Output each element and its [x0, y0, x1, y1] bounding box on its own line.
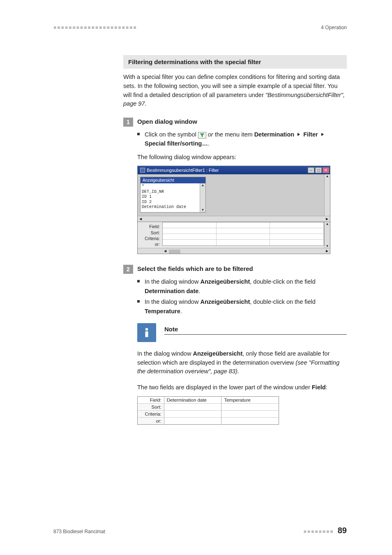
after-note-tail: : [326, 384, 327, 391]
maximize-button[interactable]: ◻ [315, 167, 322, 173]
grid2-cell[interactable] [164, 418, 221, 424]
step1-or: or [208, 131, 213, 138]
bullet-icon [137, 300, 140, 303]
page: ■■■■■■■■■■■■■■■■■■■■■■ 4 Operation Filte… [0, 0, 392, 555]
filter-icon [198, 132, 206, 139]
close-button[interactable]: ✕ [323, 167, 329, 173]
footer-right: ■■■■■■■■ 89 [303, 526, 347, 535]
table-row: or: [138, 418, 279, 424]
b2-pre: In the dialog window [145, 298, 200, 305]
listbox-header: Anzeigeubersicht [141, 177, 205, 183]
scroll-down-icon[interactable]: ▼ [326, 244, 329, 248]
note-window: Anzeigeübersicht [193, 350, 242, 357]
scroll-up-icon[interactable]: ▲ [201, 183, 205, 187]
grid-vertical-scrollbar[interactable]: ▲ ▼ [324, 222, 330, 248]
step2-b1-text: In the dialog window Anzeigeübersicht, d… [145, 277, 347, 296]
step1-after: The following dialog window appears: [137, 153, 347, 162]
scroll-right-icon[interactable]: ▶ [324, 249, 330, 253]
upper-horizontal-scrollbar[interactable]: ◀ ▶ [138, 216, 330, 222]
upper-vertical-scrollbar[interactable]: ▲ [324, 174, 330, 216]
menu-special-filter: Special filter/sorting… [145, 140, 208, 147]
step-1-body: Click on the symbol or the menu item Det… [137, 130, 347, 162]
field-listbox[interactable]: Anzeigeubersicht * DET_ID_NR ID 1 ID 2 D… [140, 177, 206, 213]
dialog-title: BestimmungsubersichtFilter1 : Filter [147, 168, 219, 173]
scroll-down-icon[interactable]: ▼ [201, 208, 205, 212]
svg-point-0 [145, 328, 148, 331]
table-row[interactable] [163, 240, 324, 245]
dialog-titlebar[interactable]: BestimmungsubersichtFilter1 : Filter – ◻… [138, 166, 330, 174]
note-tail: . [238, 368, 239, 375]
note-body: In the dialog window Anzeigeübersicht, o… [137, 349, 347, 376]
note-title: Note [164, 323, 347, 333]
table-row[interactable] [163, 228, 324, 234]
b2-window: Anzeigeübersicht [200, 298, 250, 305]
page-footer: 873 Biodiesel Rancimat ■■■■■■■■ 89 [53, 526, 347, 535]
grid2-cell[interactable] [164, 411, 221, 418]
result-grid: Field: Determination date Temperature So… [137, 396, 279, 425]
step-2-bullet-2: In the dialog window Anzeigeübersicht, d… [137, 297, 347, 316]
minimize-button[interactable]: – [308, 167, 314, 173]
listbox-items[interactable]: * DET_ID_NR ID 1 ID 2 Determination date [141, 183, 200, 212]
header-section: 4 Operation [321, 25, 347, 30]
grid2-label-field: Field: [138, 397, 164, 404]
scroll-up-icon[interactable]: ▲ [326, 174, 329, 178]
scroll-left-icon[interactable]: ◀ [138, 217, 143, 221]
list-item[interactable]: * [142, 184, 198, 190]
section-heading: Filtering determinations with the specia… [123, 55, 347, 69]
b1-field: Determination date [145, 288, 198, 294]
note-rule [164, 334, 347, 335]
criteria-grid: Field: Sort: Criteria: or: ▲ ▼ [138, 222, 330, 248]
footer-dots: ■■■■■■■■ [303, 529, 334, 534]
listbox-scrollbar[interactable]: ▲ ▼ [200, 183, 205, 212]
bullet-icon [137, 280, 140, 282]
footer-product: 873 Biodiesel Rancimat [53, 529, 105, 534]
after-note-bold: Field [312, 384, 326, 391]
intro-tail: . [145, 100, 146, 107]
grid-cells: ▲ ▼ [162, 222, 330, 248]
dialog-icon [140, 168, 145, 173]
note-header: Note [156, 323, 347, 342]
b2-field: Temperature [145, 308, 180, 314]
step-2-bullet-1: In the dialog window Anzeigeübersicht, d… [137, 277, 347, 296]
bullet-icon [137, 133, 140, 135]
info-icon [137, 323, 156, 342]
list-item[interactable]: DET_ID_NR [142, 190, 198, 195]
grid-label-sort: Sort: [138, 230, 160, 236]
grid-horizontal-scrollbar[interactable]: ◀ ▶ [138, 248, 330, 254]
listbox-body: * DET_ID_NR ID 1 ID 2 Determination date… [141, 183, 205, 212]
step-2-number: 2 [123, 265, 133, 274]
dialog-lower-pane: Field: Sort: Criteria: or: ▲ ▼ [138, 222, 330, 254]
step-1-bullet: Click on the symbol or the menu item Det… [137, 130, 347, 148]
scroll-right-icon[interactable]: ▶ [324, 217, 330, 221]
list-item[interactable]: ID 1 [142, 194, 198, 200]
grid2-label-sort: Sort: [138, 404, 164, 411]
scroll-up-icon[interactable]: ▲ [326, 222, 329, 226]
list-item[interactable]: Determination date [142, 205, 198, 210]
grid2-cell[interactable] [221, 418, 279, 424]
table-row[interactable] [163, 234, 324, 240]
scroll-left-icon[interactable]: ◀ [162, 249, 168, 253]
grid2-cell[interactable]: Determination date [164, 397, 221, 404]
step1-pre: Click on the symbol [145, 131, 198, 138]
grid2-cell[interactable] [221, 411, 279, 418]
table-row[interactable] [163, 222, 324, 228]
intro-paragraph: With a special filter you can define com… [123, 73, 347, 109]
step-2-heading: 2 Select the fields which are to be filt… [123, 265, 347, 274]
dialog-upper-pane: Anzeigeubersicht * DET_ID_NR ID 1 ID 2 D… [138, 174, 330, 222]
page-header: ■■■■■■■■■■■■■■■■■■■■■■ 4 Operation [53, 25, 347, 30]
b1-pre: In the dialog window [145, 278, 200, 285]
menu-separator-icon [297, 133, 300, 136]
step-2-title: Select the fields which are to be filter… [137, 265, 253, 272]
grid2-cell[interactable] [164, 404, 221, 411]
list-item[interactable]: ID 2 [142, 200, 198, 205]
b1-window: Anzeigeübersicht [200, 278, 250, 285]
menu-filter: Filter [303, 131, 318, 138]
svg-rect-1 [145, 331, 148, 337]
grid-row-labels: Field: Sort: Criteria: or: [138, 222, 162, 248]
step-1-title: Open dialog window [137, 118, 197, 125]
grid2-cell[interactable] [221, 404, 279, 411]
step-1-bullet-text: Click on the symbol or the menu item Det… [145, 130, 347, 148]
page-number: 89 [338, 526, 347, 535]
grid2-cell[interactable]: Temperature [221, 397, 279, 404]
step2-b2-text: In the dialog window Anzeigeübersicht, d… [145, 297, 347, 316]
